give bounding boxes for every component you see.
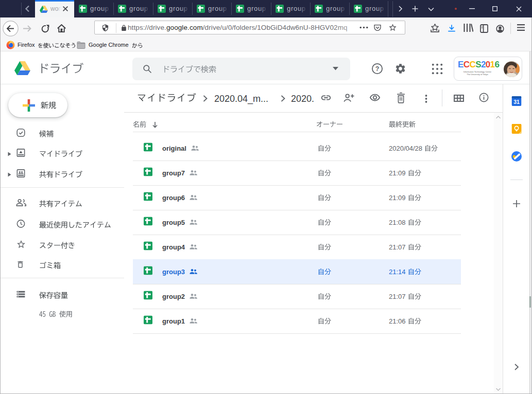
svg-text:?: ?: [375, 65, 380, 73]
svg-text:31: 31: [513, 99, 520, 105]
